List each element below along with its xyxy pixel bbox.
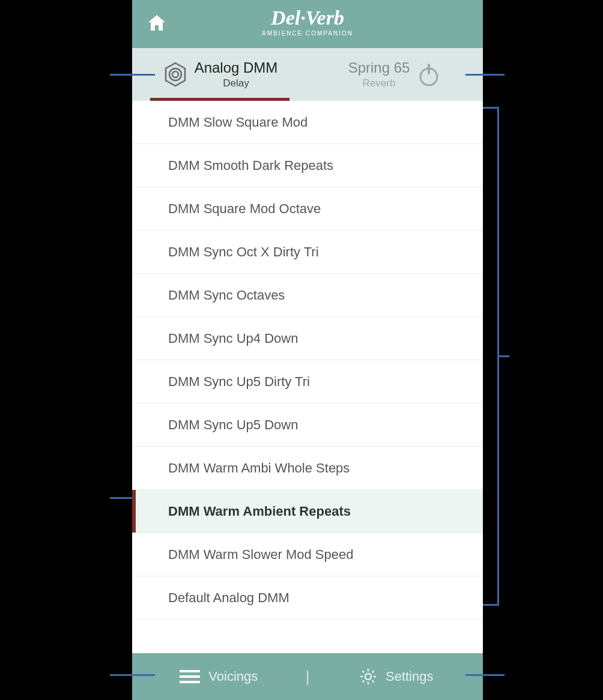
tab-delay[interactable]: Analog DMM Delay <box>132 48 308 101</box>
svg-point-2 <box>172 71 178 77</box>
tab-reverb-sub: Reverb <box>363 77 396 89</box>
app-header: Del·Verb AMBIENCE COMPANION <box>132 0 483 48</box>
callout-line <box>465 674 505 676</box>
preset-label: DMM Slow Square Mod <box>168 115 308 130</box>
app-footer: Voicings | Settings <box>132 653 483 700</box>
svg-rect-5 <box>180 670 200 672</box>
callout-line <box>483 604 498 606</box>
preset-label: DMM Sync Oct X Dirty Tri <box>168 244 319 260</box>
preset-row[interactable]: DMM Slow Square Mod <box>132 101 483 144</box>
tab-delay-sub: Delay <box>223 77 249 89</box>
svg-point-1 <box>169 68 181 80</box>
svg-point-8 <box>365 674 371 680</box>
settings-button[interactable]: Settings <box>309 668 483 686</box>
preset-label: DMM Sync Up5 Down <box>168 417 298 433</box>
callout-line <box>483 107 498 109</box>
preset-list[interactable]: DMM Slow Square ModDMM Smooth Dark Repea… <box>132 101 483 653</box>
preset-label: DMM Sync Up4 Down <box>168 331 298 346</box>
footer-separator: | <box>306 668 310 686</box>
logo-sub-text: AMBIENCE COMPANION <box>262 30 353 37</box>
preset-label: DMM Smooth Dark Repeats <box>168 158 333 173</box>
app-frame: Del·Verb AMBIENCE COMPANION Analog DMM D… <box>132 0 483 700</box>
home-button[interactable] <box>147 14 166 34</box>
voicings-label: Voicings <box>208 669 258 684</box>
preset-row[interactable]: DMM Sync Up4 Down <box>132 317 483 360</box>
callout-line <box>497 355 509 357</box>
svg-rect-6 <box>180 675 200 678</box>
preset-row[interactable]: DMM Square Mod Octave <box>132 187 483 231</box>
preset-row[interactable]: DMM Warm Ambient Repeats <box>132 490 483 533</box>
preset-row[interactable]: DMM Sync Oct X Dirty Tri <box>132 231 483 274</box>
settings-label: Settings <box>386 669 434 684</box>
preset-row[interactable]: DMM Smooth Dark Repeats <box>132 144 483 187</box>
preset-row[interactable]: DMM Warm Ambi Whole Steps <box>132 447 483 490</box>
tab-delay-title: Analog DMM <box>195 59 278 76</box>
preset-row[interactable]: DMM Sync Up5 Down <box>132 403 483 447</box>
voicings-button[interactable]: Voicings <box>132 669 306 684</box>
preset-row[interactable]: DMM Sync Octaves <box>132 274 483 317</box>
list-icon <box>180 669 200 684</box>
hex-knob-icon <box>162 61 189 88</box>
svg-rect-7 <box>180 681 200 683</box>
logo-main-text: Del·Verb <box>270 7 344 29</box>
preset-label: DMM Sync Octaves <box>168 288 285 303</box>
callout-line <box>110 74 155 76</box>
tab-reverb-title: Spring 65 <box>348 59 410 76</box>
preset-row[interactable]: Default Analog DMM <box>132 576 483 620</box>
preset-row[interactable]: DMM Warm Slower Mod Speed <box>132 533 483 576</box>
tab-reverb[interactable]: Spring 65 Reverb <box>308 48 483 101</box>
preset-label: Default Analog DMM <box>168 590 289 606</box>
preset-label: DMM Sync Up5 Dirty Tri <box>168 374 310 390</box>
preset-label: DMM Warm Ambi Whole Steps <box>168 460 350 476</box>
home-icon <box>147 14 166 32</box>
effect-tabs: Analog DMM Delay Spring 65 Reverb <box>132 48 483 101</box>
gear-icon <box>359 668 377 686</box>
preset-label: DMM Warm Ambient Repeats <box>168 504 351 519</box>
preset-label: DMM Warm Slower Mod Speed <box>168 547 353 563</box>
callout-line <box>465 74 505 76</box>
app-logo: Del·Verb AMBIENCE COMPANION <box>132 5 483 43</box>
callout-line <box>110 674 155 676</box>
preset-row[interactable]: DMM Sync Up5 Dirty Tri <box>132 360 483 403</box>
preset-label: DMM Square Mod Octave <box>168 201 321 217</box>
svg-rect-4 <box>428 64 430 74</box>
callout-line <box>110 497 132 499</box>
power-icon <box>416 61 442 88</box>
